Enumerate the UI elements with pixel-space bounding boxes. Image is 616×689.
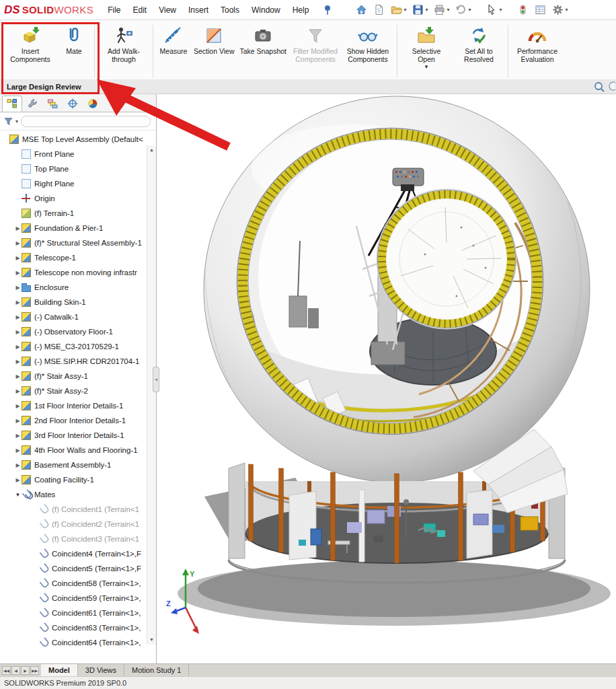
tree-row[interactable]: Enclosure <box>0 280 147 295</box>
tree-row[interactable]: (f)* Structural Steel Assembly-1 <box>0 235 147 250</box>
insert-components-button[interactable]: Insert Components <box>5 23 56 65</box>
tree-row[interactable]: (-) Observatory Floor-1 <box>0 324 147 339</box>
magnifier-icon[interactable] <box>607 81 615 93</box>
tree-row[interactable]: Coincident5 (Terrain<1>,F <box>0 561 147 576</box>
show-hidden-components-button[interactable]: Show Hidden Components <box>342 23 393 65</box>
scroll-down-icon[interactable]: ▼ <box>149 637 154 643</box>
tree-row[interactable]: Building Skin-1 <box>0 295 147 310</box>
panel-splitter-handle[interactable]: ◂ <box>153 367 159 392</box>
save-button[interactable]: ▾ <box>410 2 430 18</box>
expand-caret-icon[interactable] <box>14 433 22 439</box>
tree-filter-input[interactable] <box>21 116 151 127</box>
chevron-down-icon[interactable]: ▾ <box>15 118 18 124</box>
filter-funnel-icon[interactable] <box>4 117 13 126</box>
tab-scroll-right-icon[interactable]: ▶ <box>21 666 30 675</box>
performance-evaluation-button[interactable]: Performance Evaluation <box>512 23 563 65</box>
tree-row[interactable]: MSE Top Level Assembly (Default< <box>0 132 147 147</box>
panel-tab-displaymanager[interactable] <box>83 96 103 112</box>
menu-item[interactable]: Edit <box>126 5 153 15</box>
tree-row[interactable]: Coincident4 (Terrain<1>,F <box>0 546 147 561</box>
select-button[interactable]: ▾ <box>484 2 504 18</box>
expand-caret-icon[interactable] <box>14 329 22 335</box>
menu-item[interactable]: Window <box>245 5 286 15</box>
expand-caret-icon[interactable] <box>14 359 22 365</box>
panel-tab-propertymanager[interactable] <box>22 96 42 112</box>
tab-motion-study[interactable]: Motion Study 1 <box>124 664 189 676</box>
menu-item[interactable]: View <box>153 5 182 15</box>
tree-row[interactable]: (-) MSE_C3-20170529-1 <box>0 339 147 354</box>
open-button[interactable]: ▾ <box>389 2 408 18</box>
menu-item[interactable]: File <box>102 5 126 15</box>
tree-row[interactable]: Right Plane <box>0 176 147 191</box>
chevron-down-icon[interactable]: ▼ <box>424 64 429 70</box>
expand-caret-icon[interactable] <box>14 388 22 394</box>
section-view-button[interactable]: Section View <box>192 23 237 58</box>
tree-row[interactable]: Coating Facility-1 <box>0 472 147 487</box>
panel-tab-dimxpertmanager[interactable] <box>63 96 83 112</box>
panel-tab-featuremanager[interactable] <box>2 96 22 112</box>
set-all-to-resolved-button[interactable]: Set All to Resolved <box>453 23 504 65</box>
tree-row[interactable]: Top Plane <box>0 161 147 176</box>
tab-model[interactable]: Model <box>41 664 78 676</box>
measure-button[interactable]: Measure <box>157 23 190 58</box>
tree-row[interactable]: (f)* Stair Assy-1 <box>0 369 147 384</box>
undo-button[interactable]: ▾ <box>453 2 473 18</box>
tree-row[interactable]: Coincident63 (Terrain<1>, <box>0 620 147 635</box>
tree-row[interactable]: Telescope non moving infrastr <box>0 265 147 280</box>
rebuild-button[interactable] <box>515 2 531 18</box>
tree-row[interactable]: Telescope-1 <box>0 250 147 265</box>
expand-caret-icon[interactable] <box>14 403 22 409</box>
graphics-viewport[interactable]: Y Z <box>157 94 616 663</box>
expand-caret-icon[interactable] <box>14 240 22 246</box>
tree-row[interactable]: (f) Terrain-1 <box>0 206 147 221</box>
print-button[interactable]: ▾ <box>432 2 451 18</box>
new-document-button[interactable] <box>371 2 387 18</box>
mate-button[interactable]: Mate <box>57 23 91 58</box>
expand-caret-icon[interactable] <box>14 344 22 350</box>
add-walkthrough-button[interactable]: Add Walk-through <box>98 23 149 65</box>
tree-row[interactable]: 1st Floor Interior Details-1 <box>0 398 147 413</box>
tab-scroll-first-icon[interactable]: ◀◀ <box>2 666 11 675</box>
tree-row[interactable]: Basement Assembly-1 <box>0 458 147 472</box>
tree-row[interactable]: Origin <box>0 191 147 206</box>
tab-large-design-review[interactable]: Large Design Review <box>0 81 88 92</box>
tab-scroll-left-icon[interactable]: ◀ <box>11 666 20 675</box>
tree-row[interactable]: (f) Coincident1 (Terrain<1 <box>0 502 147 517</box>
tree-row[interactable]: 3rd Floor Interior Details-1 <box>0 428 147 443</box>
zoom-icon[interactable] <box>593 81 605 93</box>
expand-caret-icon[interactable] <box>14 447 22 454</box>
tree-row[interactable]: (-) Catwalk-1 <box>0 310 147 324</box>
tree-row[interactable]: (f) Coincident2 (Terrain<1 <box>0 517 147 532</box>
tree-row[interactable]: Front Plane <box>0 147 147 161</box>
expand-caret-icon[interactable] <box>14 314 22 320</box>
panel-tab-configurationmanager[interactable] <box>42 96 63 112</box>
tree-row[interactable]: (f) Coincident3 (Terrain<1 <box>0 532 147 546</box>
tree-row[interactable]: 2nd Floor Interior Details-1 <box>0 413 147 428</box>
take-snapshot-button[interactable]: Take Snapshot <box>238 23 288 58</box>
tree-row[interactable]: Foundation & Pier-1 <box>0 221 147 235</box>
menu-item[interactable]: Help <box>286 5 315 15</box>
expand-caret-icon[interactable] <box>14 477 22 483</box>
selective-open-button[interactable]: Selective Open ▼ <box>401 23 452 72</box>
expand-caret-icon[interactable] <box>14 255 22 261</box>
home-button[interactable] <box>354 2 369 18</box>
tree-row[interactable]: (-) MSE.SIP.HR CDR201704-1 <box>0 354 147 369</box>
tree-row[interactable]: Coincident59 (Terrain<1>, <box>0 591 147 606</box>
tree-row[interactable]: Coincident64 (Terrain<1>, <box>0 635 147 650</box>
expand-caret-icon[interactable] <box>14 270 22 276</box>
tree-row[interactable]: 4th Floor Walls and Flooring-1 <box>0 443 147 458</box>
expand-caret-icon[interactable] <box>14 418 22 424</box>
expand-caret-icon[interactable] <box>14 462 22 468</box>
menu-item[interactable]: Tools <box>215 5 245 15</box>
expand-caret-icon[interactable] <box>14 225 22 231</box>
menu-item[interactable]: Insert <box>182 5 215 15</box>
tab-3d-views[interactable]: 3D Views <box>78 664 124 676</box>
options-button[interactable]: ▾ <box>550 2 570 18</box>
tree-scrollbar[interactable]: ▲ ▼ <box>147 145 156 645</box>
tree-row[interactable]: Coincident61 (Terrain<1>, <box>0 606 147 620</box>
expand-caret-icon[interactable] <box>14 373 22 379</box>
pin-icon[interactable] <box>323 5 332 15</box>
tab-scroll-last-icon[interactable]: ▶▶ <box>30 666 39 675</box>
tree-row[interactable]: Mates <box>0 487 147 502</box>
tree-row[interactable]: (f)* Stair Assy-2 <box>0 384 147 398</box>
